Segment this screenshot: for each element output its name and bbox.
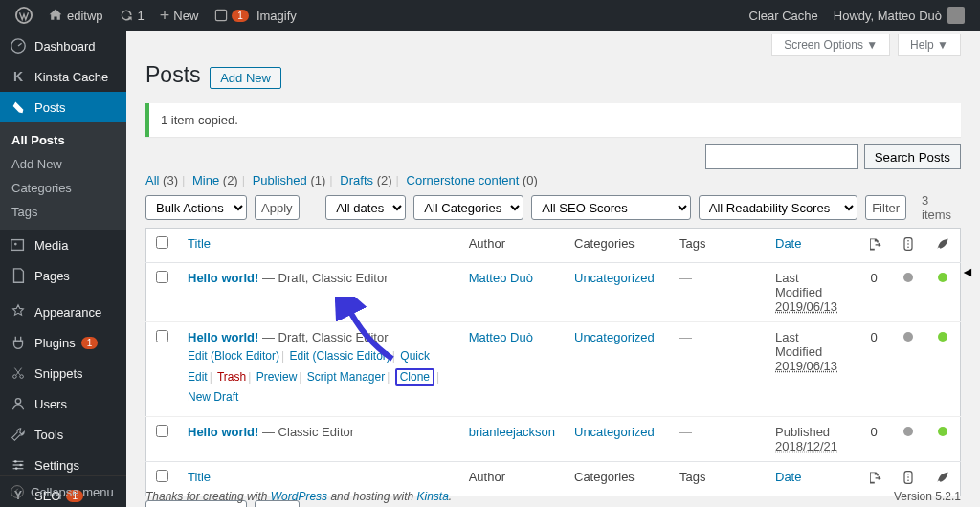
my-account[interactable]: Howdy, Matteo Duò — [826, 0, 972, 31]
menu-posts[interactable]: Posts — [0, 92, 126, 122]
svg-point-4 — [14, 243, 17, 246]
bulk-apply-button[interactable]: Apply — [255, 195, 300, 220]
items-count-top: 3 items — [922, 193, 961, 222]
category-link[interactable]: Uncategorized — [574, 330, 655, 344]
kinsta-link[interactable]: Kinsta — [416, 490, 448, 503]
updates[interactable]: 1 — [111, 0, 152, 31]
submenu-all-posts[interactable]: All Posts — [0, 128, 126, 152]
dates-filter[interactable]: All dates — [325, 195, 406, 220]
preview-link[interactable]: Preview — [256, 370, 298, 384]
links-count: 0 — [857, 416, 891, 461]
post-title-link[interactable]: Hello world! — [188, 330, 258, 344]
readability-dot — [925, 416, 961, 461]
table-row: Hello world! — Draft, Classic Editor Edi… — [146, 322, 961, 417]
view-mine[interactable]: Mine — [192, 173, 219, 187]
script-manager-link[interactable]: Script Manager — [307, 370, 385, 384]
view-cornerstone[interactable]: Cornerstone content — [407, 173, 520, 187]
seo-dot — [891, 416, 925, 461]
clear-cache[interactable]: Clear Cache — [742, 0, 826, 31]
row-checkbox[interactable] — [156, 425, 168, 437]
seo-filter[interactable]: All SEO Scores — [531, 195, 690, 220]
col-title[interactable]: Title — [188, 236, 211, 251]
menu-media[interactable]: Media — [0, 230, 126, 260]
site-home[interactable]: editwp — [40, 0, 111, 31]
filter-button[interactable]: Filter — [865, 195, 906, 220]
submenu-categories[interactable]: Categories — [0, 176, 126, 200]
col-categories: Categories — [565, 229, 670, 263]
col-date-foot[interactable]: Date — [775, 470, 801, 484]
seo-dot — [891, 322, 925, 417]
date-cell: Last Modified2019/06/13 — [766, 322, 857, 417]
row-actions: Edit (Block Editor)| Edit (Classic Edito… — [188, 346, 450, 408]
svg-point-9 — [19, 464, 22, 467]
version-label: Version 5.2.1 — [894, 490, 961, 503]
post-state: — Draft, Classic Editor — [258, 330, 388, 344]
imagify[interactable]: 1Imagify — [206, 0, 303, 31]
links-count: 0 — [857, 322, 891, 417]
new-draft-link[interactable]: New Draft — [188, 390, 238, 404]
screen-options-button[interactable]: Screen Options ▼ — [771, 34, 890, 56]
table-row: Hello world! — Classic Editor brianleeja… — [146, 416, 961, 461]
seo-dot — [891, 263, 925, 322]
categories-filter[interactable]: All Categories — [413, 195, 523, 220]
row-checkbox[interactable] — [156, 271, 168, 283]
menu-snippets[interactable]: Snippets — [0, 358, 126, 388]
wp-logo[interactable] — [8, 0, 40, 31]
svg-point-14 — [907, 243, 909, 245]
updates-count: 1 — [138, 9, 145, 23]
col-title-foot[interactable]: Title — [188, 470, 211, 484]
post-title-link[interactable]: Hello world! — [188, 271, 258, 285]
col-date[interactable]: Date — [775, 236, 801, 251]
add-new-button[interactable]: Add New — [210, 67, 281, 89]
view-all[interactable]: All — [145, 173, 159, 187]
author-link[interactable]: brianleejackson — [469, 425, 555, 439]
row-checkbox[interactable] — [156, 330, 168, 342]
readability-filter[interactable]: All Readability Scores — [699, 195, 858, 220]
menu-appearance[interactable]: Appearance — [0, 297, 126, 327]
menu-kinsta-cache[interactable]: KKinsta Cache — [0, 61, 126, 92]
date-cell: Published2018/12/21 — [766, 416, 857, 461]
submenu-add-new[interactable]: Add New — [0, 152, 126, 176]
date-cell: Last Modified2019/06/13 — [766, 263, 857, 322]
menu-plugins[interactable]: Plugins1 — [0, 327, 126, 358]
col-author: Author — [459, 229, 565, 263]
svg-rect-3 — [11, 240, 24, 251]
menu-dashboard[interactable]: Dashboard — [0, 31, 126, 61]
post-title-link[interactable]: Hello world! — [188, 425, 258, 439]
search-posts-button[interactable]: Search Posts — [864, 144, 961, 169]
menu-tools[interactable]: Tools — [0, 419, 126, 450]
edit-block-link[interactable]: Edit (Block Editor) — [188, 349, 279, 363]
view-drafts[interactable]: Drafts — [340, 173, 373, 187]
menu-users[interactable]: Users — [0, 388, 126, 419]
col-seo-icon — [891, 229, 925, 263]
svg-point-13 — [907, 240, 909, 242]
author-link[interactable]: Matteo Duò — [469, 330, 533, 344]
view-published[interactable]: Published — [253, 173, 307, 187]
menu-pages[interactable]: Pages — [0, 260, 126, 291]
help-button[interactable]: Help ▼ — [898, 34, 961, 56]
search-input[interactable] — [705, 144, 858, 169]
clone-link[interactable]: Clone — [395, 368, 434, 386]
trash-link[interactable]: Trash — [217, 370, 246, 384]
submenu-tags[interactable]: Tags — [0, 200, 126, 224]
new-content[interactable]: +New — [152, 0, 207, 31]
author-link[interactable]: Matteo Duò — [469, 271, 533, 285]
wordpress-link[interactable]: WordPress — [271, 490, 327, 503]
collapse-menu[interactable]: Collapse menu — [0, 475, 126, 507]
edit-classic-link[interactable]: Edit (Classic Editor) — [290, 349, 390, 363]
plugins-badge: 1 — [81, 337, 99, 349]
admin-sidebar: Dashboard KKinsta Cache Posts All Posts … — [0, 31, 126, 507]
avatar — [947, 7, 965, 24]
admin-bar: editwp 1 +New 1Imagify Clear Cache Howdy… — [0, 0, 980, 31]
readability-dot — [925, 322, 961, 417]
main-content: Screen Options ▼ Help ▼ Posts Add New 1 … — [126, 31, 980, 507]
links-count: 0 — [857, 263, 891, 322]
post-state: — Classic Editor — [258, 425, 354, 439]
svg-point-8 — [14, 460, 17, 463]
category-link[interactable]: Uncategorized — [574, 425, 655, 439]
select-all-bottom[interactable] — [156, 470, 168, 482]
page-title: Posts — [145, 62, 201, 88]
select-all-top[interactable] — [156, 236, 168, 249]
bulk-actions-select[interactable]: Bulk Actions — [145, 195, 247, 220]
category-link[interactable]: Uncategorized — [574, 271, 655, 285]
